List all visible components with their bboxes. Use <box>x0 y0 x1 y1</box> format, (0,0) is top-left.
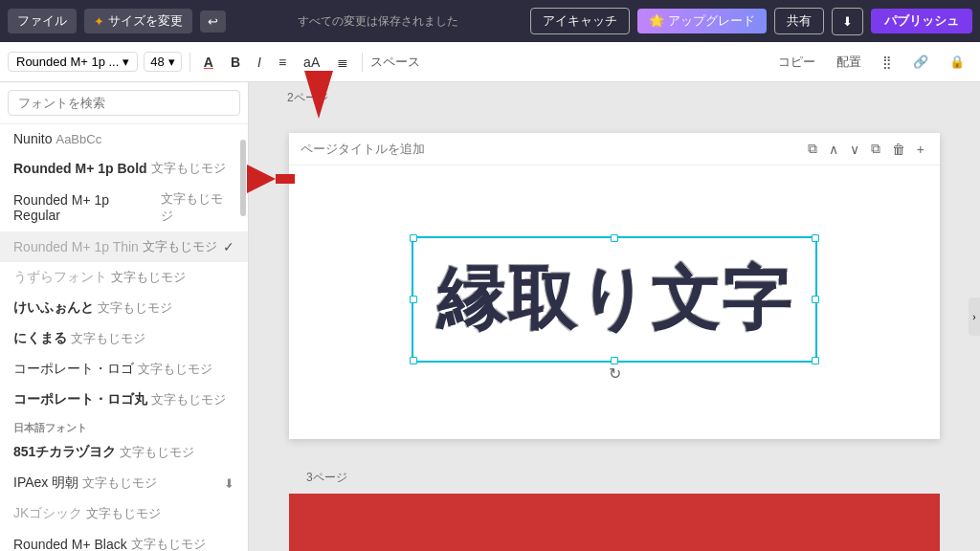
download-icon[interactable]: ⬇ <box>224 476 234 491</box>
aa-label: aA <box>303 55 320 70</box>
resize-handle-lm[interactable] <box>410 296 417 303</box>
font-item-name: Rounded M+ 1p Thin <box>13 239 139 254</box>
page-copy-button[interactable]: ⧉ <box>804 139 821 159</box>
resize-handle-bm[interactable] <box>611 357 618 364</box>
font-search-area <box>0 82 248 124</box>
bold-button[interactable]: B <box>225 51 246 74</box>
link-button[interactable]: 🔗 <box>905 51 936 73</box>
undo-button[interactable]: ↩ <box>200 11 226 33</box>
font-list-item[interactable]: Rounded M+ 1p Bold 文字もじモジ <box>0 153 248 184</box>
font-item-name: けいふぉんと <box>13 299 94 317</box>
italic-button[interactable]: I <box>252 51 267 74</box>
canvas-content: 縁取り文字 ↻ <box>289 165 940 433</box>
font-list-item[interactable]: Nunito AaBbCc <box>0 124 248 153</box>
bold-label: B <box>231 55 240 70</box>
font-list-item[interactable]: コーポレート・ロゴ 文字もじモジ <box>0 354 248 385</box>
separator <box>189 53 190 72</box>
page-add-button[interactable]: + <box>913 139 928 159</box>
font-item-preview: 文字もじモジ <box>143 238 217 255</box>
page2-label: 2ページ <box>287 90 328 106</box>
font-selector[interactable]: Rounded M+ 1p ... ▾ <box>8 52 138 72</box>
font-list-item[interactable]: コーポレート・ロゴ丸 文字もじモジ <box>0 385 248 415</box>
save-status: すべての変更は保存されました <box>234 13 523 30</box>
font-list: Nunito AaBbCcRounded M+ 1p Bold 文字もじモジRo… <box>0 124 248 551</box>
font-name-label: Rounded M+ 1p ... <box>16 55 119 69</box>
font-item-name: 851チカラヅヨク <box>13 444 116 461</box>
main-text[interactable]: 縁取り文字 <box>436 253 792 345</box>
font-search-input[interactable] <box>8 90 240 116</box>
font-item-name: にくまる <box>13 330 67 347</box>
font-item-name: うずらフォント <box>13 269 107 286</box>
list-button[interactable]: ≣ <box>331 51 354 74</box>
publish-button[interactable]: パブリッシュ <box>871 9 972 33</box>
page-down-button[interactable]: ∨ <box>846 139 863 159</box>
font-item-preview: 文字もじモジ <box>111 269 186 286</box>
top-bar-left: ファイル ✦ サイズを変更 ↩ <box>8 9 226 33</box>
font-item-name: Rounded M+ Black <box>13 537 127 551</box>
font-item-name: JKゴシック <box>13 505 82 522</box>
top-bar: ファイル ✦ サイズを変更 ↩ すべての変更は保存されました アイキャッチ 🌟 … <box>0 0 980 42</box>
arrange-button[interactable]: 配置 <box>829 50 869 75</box>
font-list-item[interactable]: うずらフォント 文字もじモジ <box>0 262 248 293</box>
font-list-item[interactable]: 851チカラヅヨク 文字もじモジ <box>0 437 248 468</box>
font-item-preview: 文字もじモジ <box>86 505 161 522</box>
ai-button[interactable]: アイキャッチ <box>530 8 630 34</box>
font-item-preview: 文字もじモジ <box>120 444 194 461</box>
font-item-preview: 文字もじモジ <box>161 190 234 225</box>
file-menu-button[interactable]: ファイル <box>8 9 77 33</box>
aa-button[interactable]: aA <box>298 51 325 74</box>
top-bar-right: アイキャッチ 🌟 アップグレード 共有 ⬇ パブリッシュ <box>530 8 972 35</box>
copy-button[interactable]: コピー <box>770 50 823 75</box>
upgrade-button[interactable]: 🌟 アップグレード <box>637 9 767 33</box>
right-panel-tab[interactable]: › <box>969 298 980 336</box>
resize-handle-rm[interactable] <box>812 296 819 303</box>
font-item-name: コーポレート・ロゴ <box>13 361 134 378</box>
download-button[interactable]: ⬇ <box>832 8 863 35</box>
font-item-name: Rounded M+ 1p Regular <box>13 192 157 223</box>
font-list-item[interactable]: IPAex 明朝 文字もじモジ⬇ <box>0 468 248 498</box>
text-element[interactable]: 縁取り文字 ↻ <box>412 236 817 363</box>
canvas-area: 2ページ ⧉ ∧ ∨ ⧉ 🗑 + <box>249 82 980 551</box>
font-list-item[interactable]: にくまる 文字もじモジ <box>0 323 248 354</box>
font-item-preview: 文字もじモジ <box>151 160 226 177</box>
size-change-button[interactable]: ✦ サイズを変更 <box>84 9 192 33</box>
page-delete-button[interactable]: 🗑 <box>888 139 909 159</box>
resize-handle-tr[interactable] <box>812 234 819 242</box>
toolbar: Rounded M+ 1p ... ▾ 48 ▾ A B I ≡ aA ≣ スペ… <box>0 42 980 82</box>
font-size-value: 48 <box>150 55 164 69</box>
resize-handle-bl[interactable] <box>410 357 417 364</box>
font-item-name: Rounded M+ 1p Bold <box>13 161 147 176</box>
resize-handle-tl[interactable] <box>410 234 417 242</box>
align-button[interactable]: ≡ <box>273 51 292 74</box>
page-title-input[interactable] <box>301 142 804 156</box>
font-list-item[interactable]: Rounded M+ Black 文字もじモジ <box>0 529 248 551</box>
font-size-selector[interactable]: 48 ▾ <box>144 52 181 72</box>
font-list-item[interactable]: Rounded M+ 1p Regular 文字もじモジ <box>0 184 248 231</box>
page-title-bar: ⧉ ∧ ∨ ⧉ 🗑 + <box>289 133 940 165</box>
page-duplicate-button[interactable]: ⧉ <box>867 139 884 159</box>
font-section-label: 日本語フォント <box>0 415 248 437</box>
main-layout: Nunito AaBbCcRounded M+ 1p Bold 文字もじモジRo… <box>0 82 980 551</box>
font-item-preview: 文字もじモジ <box>138 361 212 378</box>
grid-button[interactable]: ⣿ <box>875 51 900 73</box>
page3-label: 3ページ <box>306 470 942 486</box>
resize-handle-tm[interactable] <box>611 234 618 242</box>
lock-button[interactable]: 🔒 <box>942 51 972 73</box>
resize-handle-br[interactable] <box>812 357 819 364</box>
font-item-preview: AaBbCc <box>56 132 101 146</box>
font-list-item[interactable]: けいふぉんと 文字もじモジ <box>0 293 248 323</box>
align-icon: ≡ <box>278 55 286 70</box>
page3-area: 3ページ <box>249 462 980 551</box>
font-item-preview: 文字もじモジ <box>98 299 172 317</box>
font-item-preview: 文字もじモジ <box>82 474 157 492</box>
page-up-button[interactable]: ∧ <box>825 139 842 159</box>
font-item-preview: 文字もじモジ <box>151 391 226 408</box>
page2-container: ⧉ ∧ ∨ ⧉ 🗑 + <box>289 133 940 439</box>
font-color-button[interactable]: A <box>198 51 219 74</box>
share-button[interactable]: 共有 <box>774 8 824 34</box>
list-icon: ≣ <box>337 55 348 70</box>
font-item-preview: 文字もじモジ <box>71 330 145 347</box>
rotate-handle[interactable]: ↻ <box>605 364 624 384</box>
font-list-item[interactable]: JKゴシック 文字もじモジ <box>0 498 248 529</box>
font-list-item[interactable]: Rounded M+ 1p Thin 文字もじモジ✓ <box>0 231 248 262</box>
